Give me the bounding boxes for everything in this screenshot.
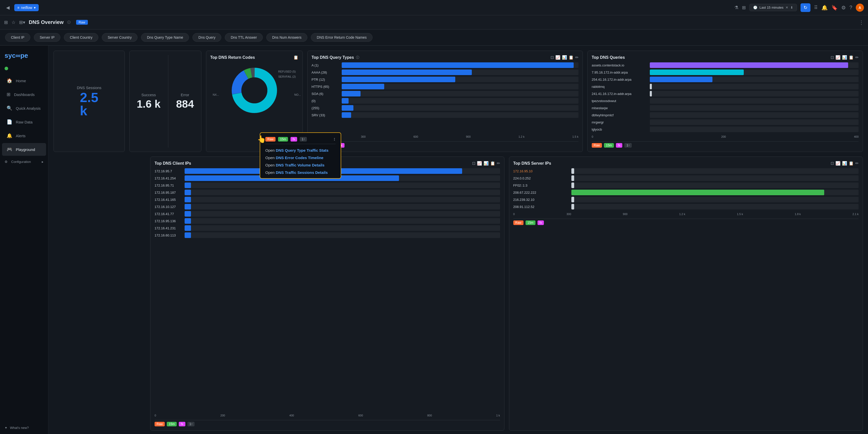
filter-tab-server-country[interactable]: Server Country xyxy=(102,33,137,42)
bar-item: 172.16.41.77 xyxy=(155,211,500,217)
dropdown-item-sessions-details[interactable]: Open DNS Traffic Sessions Details xyxy=(265,170,336,175)
edit-icon4[interactable]: ✏ xyxy=(855,161,859,166)
edit-icon3[interactable]: ✏ xyxy=(497,161,500,166)
bar-icon4[interactable]: 📊 xyxy=(842,161,847,166)
bar-icon[interactable]: 📊 xyxy=(562,55,567,60)
bar-track xyxy=(342,98,579,103)
filter-tab-server-ip[interactable]: Server IP xyxy=(34,33,60,42)
chart-icon4[interactable]: 📈 xyxy=(835,161,840,166)
whats-new-button[interactable]: ✦ What's new? xyxy=(0,422,48,433)
sidebar-item-label: Home xyxy=(16,79,26,83)
gear-icon[interactable]: ⚙ xyxy=(841,5,846,11)
filter-tab-error-codes[interactable]: DNS Error Return Code Names xyxy=(311,33,373,42)
rp-bar-track xyxy=(571,168,859,174)
success-error-card: Success 1.6 k Error 884 xyxy=(129,51,202,152)
back-button[interactable]: ◀ xyxy=(4,4,12,11)
edit-icon[interactable]: ✏ xyxy=(575,55,579,60)
copy-icon[interactable]: 📋 xyxy=(293,55,299,60)
copy-icon4[interactable]: 📋 xyxy=(490,161,495,166)
filter-tab-ttl[interactable]: Dns TTL Answer xyxy=(225,33,263,42)
client-ips-title: Top DNS Client IPs xyxy=(155,161,191,166)
success-value: 1.6 k xyxy=(137,98,160,110)
chart-footer: Metric 15m fx xyxy=(312,141,579,148)
sidebar-item-dashboards[interactable]: ⊞ Dashboards xyxy=(2,88,46,101)
x-axis2: 0200400 xyxy=(592,135,859,139)
sidebar-item-home[interactable]: 🏠 Home xyxy=(2,74,46,87)
bottom-charts-row: Top DNS Client IPs ⊡ 📈 📊 📋 ✏ 172.16.95.7 xyxy=(54,157,863,431)
home-icon: 🏠 xyxy=(7,78,12,84)
alerts-icon: 🔔 xyxy=(7,133,12,138)
filter-tab-query-type[interactable]: Dns Query Type Name xyxy=(141,33,189,42)
layout-selector-icon[interactable]: ⊞▾ xyxy=(19,20,25,25)
bar-label: 172.16.95.136 xyxy=(155,219,183,223)
popup-sort-icon[interactable]: ↕ xyxy=(333,136,336,142)
avatar[interactable]: A xyxy=(856,4,864,12)
bar-item: AAAA (28) xyxy=(312,69,579,75)
expand-icon2[interactable]: ⊡ xyxy=(831,55,834,60)
error-label: Error xyxy=(181,93,189,97)
filter-tab-num-answers[interactable]: Dns Num Answers xyxy=(266,33,307,42)
bar-item: (0) xyxy=(312,98,579,103)
client-ips-panel: Top DNS Client IPs ⊡ 📈 📊 📋 ✏ 172.16.95.7 xyxy=(150,157,504,431)
bar-icon2[interactable]: 📊 xyxy=(842,55,847,60)
dropdown-popup: Raw 15m fx 1↑ ↕ Open DNS Query Type Traf… xyxy=(260,132,341,179)
rp-bar-track xyxy=(650,119,859,125)
status-dot xyxy=(5,67,8,70)
sidebar: syc∞pe 🏠 Home ⊞ Dashboards 🔍 Quick Analy… xyxy=(0,45,49,434)
15m-badge3: 15m xyxy=(167,422,177,426)
chart-icon[interactable]: 📈 xyxy=(555,55,560,60)
num-badge2: 1↑ xyxy=(187,422,195,426)
more-button[interactable]: ⋮ xyxy=(859,19,864,26)
chart-footer2: Raw 15m fx 1↑ xyxy=(592,141,859,148)
dropdown-item-error-codes[interactable]: Open DNS Error Codes Timeline xyxy=(265,156,336,160)
copy-icon5[interactable]: 📋 xyxy=(849,161,854,166)
configuration-icon: ⚙ xyxy=(5,160,8,164)
time-range-button[interactable]: 🕐 Last 15 minutes ✕ ⬇ xyxy=(749,4,797,11)
expand-icon4[interactable]: ⊡ xyxy=(831,161,834,166)
sidebar-item-playground[interactable]: 🎮 Playground xyxy=(2,143,46,156)
copy-icon2[interactable]: 📋 xyxy=(568,55,574,60)
refresh-button[interactable]: ↻ xyxy=(801,3,810,12)
dns-queries-list: assets.contentstack.io 7.95.16.172.in-ad… xyxy=(592,62,859,132)
bell-icon[interactable]: 🔔 xyxy=(822,5,828,11)
download-icon[interactable]: ⬇ xyxy=(790,6,793,9)
filter-tab-client-ip[interactable]: Client IP xyxy=(5,33,30,42)
source-button[interactable]: ≡ netflow ▾ xyxy=(14,4,39,11)
sidebar-item-label: Playground xyxy=(16,147,35,152)
edit-icon2[interactable]: ✏ xyxy=(855,55,859,60)
filter-tab-dns-query[interactable]: Dns Query xyxy=(192,33,221,42)
copy-icon3[interactable]: 📋 xyxy=(849,55,854,60)
sidebar-item-alerts[interactable]: 🔔 Alerts xyxy=(2,129,46,142)
bar-track xyxy=(342,69,579,75)
bar-label: 172.16.60.113 xyxy=(155,234,183,237)
page-title: DNS Overview xyxy=(29,19,64,25)
star-icon[interactable]: ☆ xyxy=(11,20,16,25)
sidebar-logo: syc∞pe xyxy=(0,48,48,65)
rp-label: 224.0.0.252 xyxy=(513,177,569,180)
rp-bar-track xyxy=(650,126,859,132)
rp-label: rabbitmq xyxy=(592,85,648,89)
chart-icon3[interactable]: 📈 xyxy=(477,161,482,166)
bar-item: PTR (12) xyxy=(312,76,579,82)
rp-label: 7.95.16.172.in-addr.arpa xyxy=(592,70,648,74)
server-ips-panel: Top DNS Server IPs ⊡ 📈 📊 📋 ✏ 172.16.95.1… xyxy=(509,157,863,431)
bookmark-icon[interactable]: 🔖 xyxy=(831,5,838,11)
rp-bar-track xyxy=(571,197,859,203)
bar-icon3[interactable]: 📊 xyxy=(484,161,489,166)
help-icon[interactable]: ? xyxy=(849,5,852,10)
expand-icon[interactable]: ⊡ xyxy=(551,55,554,60)
x-axis3: 02004006008001 k xyxy=(155,413,500,417)
expand-icon3[interactable]: ⊡ xyxy=(472,161,475,166)
raw-badge: Raw xyxy=(76,20,88,25)
chart-icon2[interactable]: 📈 xyxy=(835,55,840,60)
dropdown-item-traffic-stats[interactable]: Open DNS Query Type Traffic Stats xyxy=(265,148,336,152)
rp-bar-track xyxy=(571,183,859,188)
filter-tab-client-country[interactable]: Client Country xyxy=(64,33,98,42)
sidebar-item-raw-data[interactable]: 📄 Raw Data xyxy=(2,116,46,128)
sidebar-item-configuration[interactable]: ⚙ Configuration ▸ xyxy=(0,156,48,167)
dropdown-item-volume-details[interactable]: Open DNS Traffic Volume Details xyxy=(265,163,336,167)
sidebar-item-quick-analysis[interactable]: 🔍 Quick Analysis xyxy=(2,102,46,115)
num-badge: 1↑ xyxy=(624,143,632,148)
grid-view-icon[interactable]: ⊞ xyxy=(4,20,8,25)
close-icon[interactable]: ✕ xyxy=(785,6,788,9)
